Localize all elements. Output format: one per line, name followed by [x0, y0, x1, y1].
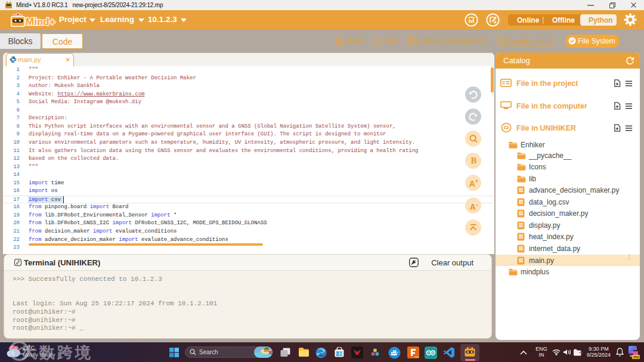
svg-text:PS3: PS3: [414, 355, 419, 358]
svg-text:Mind+: Mind+: [26, 16, 55, 27]
svg-text:PRE: PRE: [633, 355, 640, 359]
